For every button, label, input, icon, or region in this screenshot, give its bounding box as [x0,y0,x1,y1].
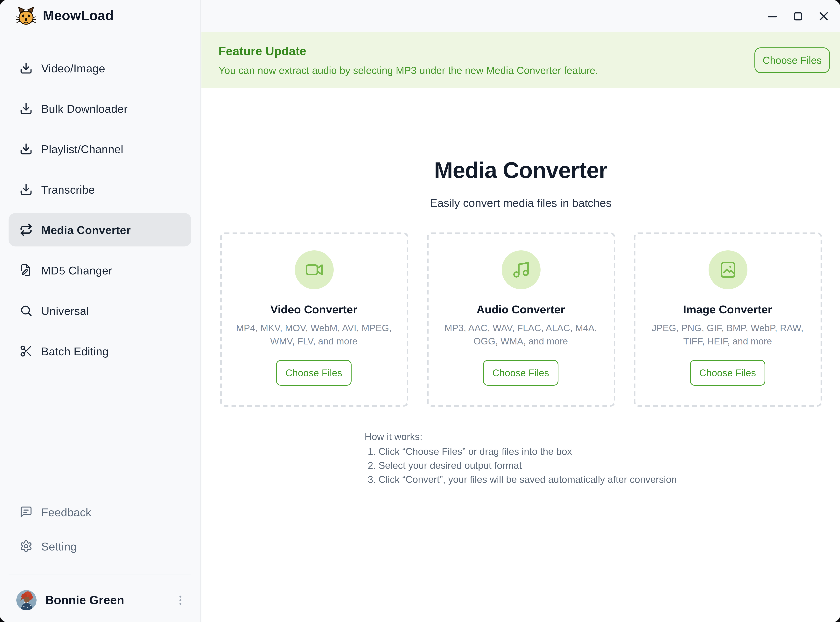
sidebar-item-video-image[interactable]: Video/Image [9,51,191,85]
sidebar-item-universal[interactable]: Universal [9,294,191,327]
card-title: Audio Converter [477,303,565,316]
main-area: Feature Update You can now extract audio… [202,0,840,622]
app-window: Video/Image Bulk Downloader Playlist/Cha… [0,0,840,622]
sidebar-item-label: Playlist/Channel [41,143,123,155]
how-it-works-step: 2. Select your desired output format [368,461,677,471]
page-title: Media Converter [202,156,840,184]
repeat-icon [20,223,33,236]
download-icon [20,61,33,75]
image-converter-dropzone[interactable]: Image Converter JPEG, PNG, GIF, BMP, Web… [634,232,822,407]
sidebar-footer: Feedback Setting [0,495,200,564]
sidebar-item-batch-editing[interactable]: Batch Editing [9,334,191,368]
page-subtitle: Easily convert media files in batches [202,197,840,209]
card-formats: MP3, AAC, WAV, FLAC, ALAC, M4A, OGG, WMA… [437,322,605,348]
kebab-menu-icon [174,594,187,607]
sidebar-item-md5-changer[interactable]: MD5 Changer [9,253,191,287]
cat-logo [15,5,37,26]
banner-text: Feature Update You can now extract audio… [218,44,754,76]
gear-icon [20,540,33,553]
media-converter-page: Media Converter Easily convert media fil… [202,88,840,622]
app-title: MeowLoad [43,0,114,32]
download-icon [20,183,33,196]
how-it-works-title: How it works: [365,432,677,442]
sidebar-item-setting[interactable]: Setting [9,529,191,563]
sidebar-item-label: Video/Image [41,62,105,74]
image-choose-files-button[interactable]: Choose Files [690,360,765,386]
sidebar-nav: Video/Image Bulk Downloader Playlist/Cha… [0,51,200,375]
icon-circle [501,250,540,289]
how-it-works-step: 3. Click “Convert”, your files will be s… [368,475,677,485]
video-camera-icon [304,261,323,279]
card-title: Video Converter [270,303,357,316]
sidebar-item-playlist-channel[interactable]: Playlist/Channel [9,132,191,166]
audio-converter-dropzone[interactable]: Audio Converter MP3, AAC, WAV, FLAC, ALA… [427,232,615,407]
video-choose-files-button[interactable]: Choose Files [276,360,351,386]
sidebar-item-feedback[interactable]: Feedback [9,495,191,529]
how-it-works: How it works: 1. Click “Choose Files” or… [365,432,677,485]
sidebar-item-label: Feedback [41,506,92,518]
sidebar-item-bulk-downloader[interactable]: Bulk Downloader [9,92,191,125]
banner-message: You can now extract audio by selecting M… [218,64,754,76]
sidebar-item-label: Batch Editing [41,345,109,357]
banner-title: Feature Update [218,44,754,58]
sidebar-divider [9,575,191,575]
download-icon [20,102,33,115]
how-it-works-step: 1. Click “Choose Files” or drag files in… [368,447,677,457]
audio-choose-files-button[interactable]: Choose Files [483,360,559,386]
scissors-icon [20,345,33,358]
card-formats: MP4, MKV, MOV, WebM, AVI, MPEG, WMV, FLV… [230,322,398,348]
user-profile-row[interactable]: Bonnie Green [0,585,200,616]
image-icon [718,261,737,279]
sidebar-item-label: Bulk Downloader [41,102,128,115]
sidebar-item-label: Media Converter [41,224,131,236]
music-note-icon [512,261,530,279]
sidebar: Video/Image Bulk Downloader Playlist/Cha… [0,0,201,622]
download-icon [20,142,33,156]
avatar [16,590,37,610]
sidebar-item-transcribe[interactable]: Transcribe [9,172,191,206]
sidebar-item-label: Setting [41,540,77,552]
sidebar-item-media-converter[interactable]: Media Converter [9,213,191,247]
card-formats: JPEG, PNG, GIF, BMP, WebP, RAW, TIFF, HE… [644,322,812,348]
user-name: Bonnie Green [45,593,173,607]
sidebar-item-label: Universal [41,304,89,317]
card-title: Image Converter [683,303,772,316]
icon-circle [708,250,747,289]
video-converter-dropzone[interactable]: Video Converter MP4, MKV, MOV, WebM, AVI… [220,232,408,407]
user-menu-button[interactable] [173,592,188,609]
sidebar-item-label: MD5 Changer [41,264,112,276]
icon-circle [295,250,333,289]
message-square-icon [20,505,33,518]
file-pen-icon [20,264,33,277]
sidebar-item-label: Transcribe [41,183,95,195]
feature-update-banner: Feature Update You can now extract audio… [202,32,840,88]
search-icon [20,304,33,317]
banner-choose-files-button[interactable]: Choose Files [754,47,830,73]
converter-cards: Video Converter MP4, MKV, MOV, WebM, AVI… [202,232,840,407]
